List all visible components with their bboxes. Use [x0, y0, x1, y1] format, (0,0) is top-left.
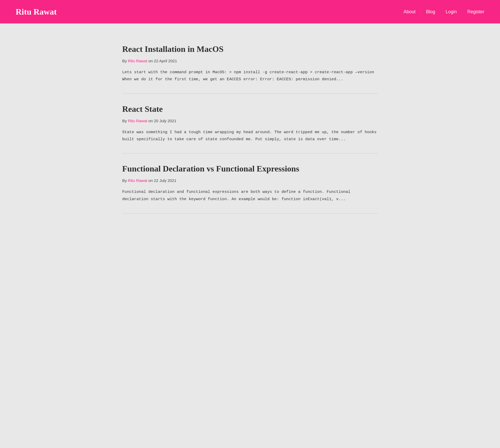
nav-link-login[interactable]: Login	[445, 9, 457, 14]
nav-links: AboutBlogLoginRegister	[403, 9, 484, 15]
brand-link[interactable]: Ritu Rawat	[16, 7, 57, 17]
main-content: React Installation in MacOSBy Ritu Rawat…	[107, 23, 394, 224]
nav-item: About	[403, 9, 415, 15]
article-meta: By Ritu Rawat on 22 July 2021	[122, 178, 378, 183]
nav-item: Blog	[426, 9, 435, 15]
article-excerpt: Lets start with the command prompt in Ma…	[122, 69, 378, 83]
nav-item: Register	[467, 9, 484, 15]
article-title: Functional Declaration vs Functional Exp…	[122, 164, 378, 174]
article: React Installation in MacOSBy Ritu Rawat…	[122, 34, 378, 94]
article: Functional Declaration vs Functional Exp…	[122, 154, 378, 213]
article-title: React Installation in MacOS	[122, 44, 378, 54]
article-title: React State	[122, 104, 378, 114]
nav-link-about[interactable]: About	[403, 9, 415, 14]
article-meta: By Ritu Rawat on 22 April 2021	[122, 59, 378, 63]
nav-link-blog[interactable]: Blog	[426, 9, 435, 14]
nav-item: Login	[445, 9, 457, 15]
article: React StateBy Ritu Rawat on 20 July 2021…	[122, 94, 378, 154]
article-meta: By Ritu Rawat on 20 July 2021	[122, 119, 378, 123]
author-link[interactable]: Ritu Rawat	[128, 178, 147, 183]
article-excerpt: Functional declaration and functional ex…	[122, 188, 378, 203]
nav-link-register[interactable]: Register	[467, 9, 484, 14]
article-excerpt: State was something I had a tough time w…	[122, 129, 378, 143]
navbar: Ritu Rawat AboutBlogLoginRegister	[0, 0, 500, 23]
author-link[interactable]: Ritu Rawat	[128, 59, 147, 63]
author-link[interactable]: Ritu Rawat	[128, 119, 147, 123]
